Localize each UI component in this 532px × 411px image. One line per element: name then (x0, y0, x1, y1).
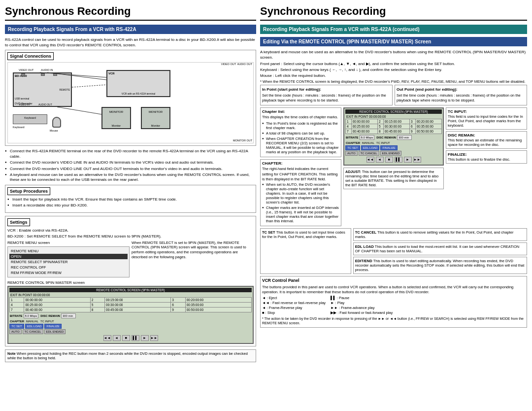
chapter-bullet-1: A total of 98 chapters can be set up. (262, 131, 339, 136)
chapter-chapter-text: The right-hand field indicates the curre… (262, 167, 339, 182)
svg-line-2 (57, 107, 101, 114)
tc-set-btn-left[interactable]: TC SET (9, 324, 24, 329)
intro-lines-rest: Front panel : Select using the cursor bu… (260, 61, 527, 84)
in-point-box: In Point (start point for editing): Set … (260, 85, 393, 105)
remote-9pin-table-left: 100:00:00:00200:15:00:00300:20:00:00 400… (9, 297, 252, 312)
table-row-1: 400:25:00:00500:30:00:00600:35:00:00 (10, 302, 252, 307)
rev-btn-left[interactable]: ◄ (113, 335, 121, 341)
front-panel-line: Front panel : Select using the cursor bu… (260, 61, 527, 67)
bullet-1: Connect the RS-422A REMOTE terminal on t… (5, 149, 256, 159)
out-point-box: Out Point (end point for editing): Set t… (395, 85, 527, 105)
left-intro-text: RS-422A control can be used to record pl… (5, 37, 256, 48)
edit-end-desc-box: EDIT/END This button is used to start ed… (353, 257, 527, 274)
video-out2-label: VIDEO OUT (221, 63, 236, 66)
monitor-out-label: MONITOR OUT (233, 139, 252, 142)
edl-end-btn-right[interactable]: EDL END/ED (380, 151, 402, 156)
ctrl-row1-left: TC SET EDL LOAD FINALIZE (9, 324, 252, 329)
settings-two-col: REMOTE MENU screen REMOTE MENU OPEN REMO… (7, 240, 254, 279)
edl-load-btn-left[interactable]: EDL LOAD (25, 324, 43, 329)
rewind-btn-left[interactable]: ◄◄ (103, 335, 111, 341)
menu-item-1[interactable]: OPEN (9, 254, 128, 259)
keyboard-label: Keyboard (13, 126, 25, 129)
ctrl-row1-right: TC SET EDL LOAD FINALIZE (345, 145, 442, 150)
stop-btn-left[interactable]: ■ (122, 335, 130, 341)
remote-select-text-col: When REMOTE SELECT is set to 9PIN (MASTE… (132, 240, 254, 279)
intro-line-0: A keyboard and mouse can be used as an a… (260, 49, 527, 60)
mouse-label: Mouse (50, 129, 58, 132)
keyboard-line: Keyboard : Select using the arrow keys (… (260, 67, 527, 73)
editing-section-header: Editing Via the REMOTE CONTROL (9PIN MAS… (260, 37, 527, 46)
remote-menu-col: REMOTE MENU screen REMOTE MENU OPEN REMO… (7, 240, 130, 279)
tc-cancel-btn-left[interactable]: TC CANCEL (23, 329, 43, 334)
menu-item-0: REMOTE MENU (9, 248, 128, 254)
bitrate-disc-row-right: BITRATE 8.0 Mbps DISC REMAIN 300 min (345, 135, 442, 140)
tc-cancel-btn-right[interactable]: TC CANCEL (359, 151, 379, 156)
right-table-row-0: 100:00:00:00200:15:00:00300:20:00:00 (346, 119, 442, 124)
play-btn-right[interactable]: ► (404, 157, 412, 163)
setup-procedures-section: Setup Procedures Insert the tape for pla… (5, 185, 256, 213)
remote-screen-header-left: REMOTE CONTROL SCREEN (9PIN MASTER) (9, 288, 252, 292)
keyboard-device: Keyboard (13, 114, 47, 124)
table-row-0: 100:00:00:00200:15:00:00300:20:00:00 (10, 297, 252, 302)
setup-bullets: Insert the tape for playback into the VC… (7, 197, 254, 208)
remote-select-text: When REMOTE SELECT is set to 9PIN (MASTE… (132, 240, 254, 260)
remote-9pin-screen-right: REMOTE CONTROL SCREEN (9PIN MASTER) EXIT… (343, 107, 444, 166)
signal-diagram: BD-X200 DVD Recorder VIDEO OUT AUDIO IN … (7, 62, 254, 143)
connection-bullets: Connect the RS-422A REMOTE terminal on t… (5, 149, 256, 182)
tc-set-btn-right[interactable]: TC SET (345, 145, 360, 150)
chapter-list-box: Chapter list: This displays the time cod… (260, 107, 341, 158)
auto-btn-right[interactable]: AUTO (345, 151, 358, 156)
in-point-title: In Point (start point for editing): (262, 87, 391, 92)
bullet-4: A keyboard and mouse can be used as an a… (5, 172, 256, 183)
in-out-row: In Point (start point for editing): Set … (260, 85, 527, 105)
playback-controls-left: ◄◄ ◄ ■ ▌▌ ► ►► (9, 335, 252, 341)
tc-input-title: TC INPUT: (448, 109, 525, 114)
edl-load-btn-right[interactable]: EDL LOAD (361, 145, 379, 150)
fwd-btn-right[interactable]: ►► (413, 157, 421, 163)
video-out-label: VIDEO OUT (19, 68, 33, 71)
note-text: When pressing and holding the REC button… (7, 351, 248, 360)
pause-btn-right[interactable]: ▌▌ (395, 157, 402, 163)
finalize-box: FINALIZE: This button is used to finaliz… (446, 150, 527, 164)
rewind-btn-right[interactable]: ◄◄ (366, 157, 374, 163)
vcr-panel-title: VCR Control Panel (262, 278, 525, 283)
remote-menu-title: REMOTE MENU screen (7, 240, 130, 245)
pause-btn-left[interactable]: ▌▌ (132, 335, 139, 341)
audio-out-label: AUDIO OUT (237, 63, 252, 66)
vcr-controls-right: ▌▌ : Pause ► : Play ►► : Frame-advance p… (331, 296, 393, 315)
settings-title: Settings (7, 218, 30, 226)
vcr-controls-row: ◄ : Eject ◄◄ : Fast reverse or fast-reve… (262, 296, 525, 315)
disc-remain-title: DISC REMAIN: (448, 133, 525, 137)
tc-cancel-desc-box: TC CANCEL This button is used to remove … (353, 228, 527, 241)
play-btn-left[interactable]: ► (141, 335, 149, 341)
bullet-2: Connect the DVD recorder's VIDEO LINE IN… (5, 160, 256, 165)
note-title: Note (7, 351, 16, 356)
finalize-btn-left[interactable]: FINALIZE (44, 324, 61, 329)
adjust-title: ADJUST: (345, 170, 361, 174)
menu-item-4: REC CONTROL OFF (9, 265, 128, 270)
bitrate-disc-row-left: BITRATE 8.0 Mbps DISC REMAIN 300 min (9, 313, 252, 319)
right-table-row-1: 400:25:00:00500:30:00:00600:35:00:00 (346, 124, 442, 129)
main-content-row: Chapter list: This displays the time cod… (260, 107, 527, 226)
recorder-device: BD-X200 DVD Recorder VIDEO OUT AUDIO IN … (13, 72, 72, 107)
right-column: Synchronous Recording Recording Playback… (260, 5, 527, 406)
bullet-3: Connect the DVD recorder's VIDEO LINE OU… (5, 167, 256, 171)
auto-btn-left[interactable]: AUTO (9, 329, 22, 334)
edl-end-btn-left[interactable]: EDL END/ED (44, 329, 66, 334)
disc-remain-desc: This field shows an estimate of the rema… (448, 138, 525, 147)
mouse-device (52, 117, 61, 128)
vcr-panel-box: VCR Control Panel The buttons provided i… (260, 276, 527, 328)
out-point-title: Out Point (end point for editing): (397, 87, 525, 92)
right-section-header: Recording Playback Signals From a VCR wi… (260, 25, 527, 34)
remote-9pin-screen-left: REMOTE CONTROL SCREEN (9PIN MASTER) EXIT… (7, 286, 254, 344)
tc-set-desc-box: TC SET This button is used to set input … (260, 228, 351, 274)
setup-bullet-1: Insert the tape for playback into the VC… (7, 197, 254, 202)
finalize-btn-right[interactable]: FINALIZE (380, 145, 397, 150)
signal-connections-title: Signal Connections (7, 52, 54, 60)
vcr-footnote: * The action to be taken by the DVD reco… (262, 316, 525, 325)
fwd-btn-left[interactable]: ►► (150, 335, 158, 341)
bitrate-section-left: BITRATE 8.0 Mbps (10, 313, 38, 318)
right-panel-col: TC INPUT: This field is used to input ti… (446, 107, 527, 226)
rev-btn-right[interactable]: ◄ (376, 157, 384, 163)
stop-btn-right[interactable]: ■ (385, 157, 393, 163)
